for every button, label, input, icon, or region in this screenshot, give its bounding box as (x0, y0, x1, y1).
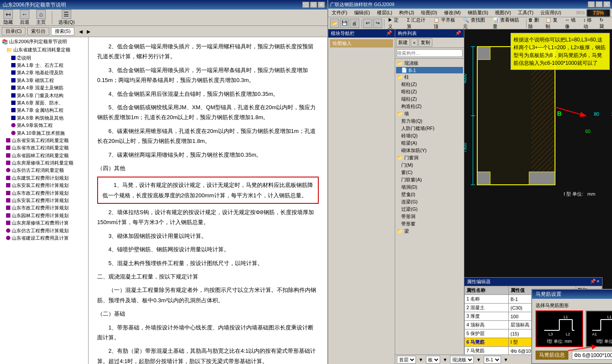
tree-chA1[interactable]: 第A.1章 士、石方工程 (1, 62, 87, 69)
shape-option-II[interactable]: A1 L1 L2 L3 II型 单位: mm (586, 310, 612, 347)
tree-chA2[interactable]: 第A.2章 地基处理及防 (1, 69, 87, 76)
tab-search[interactable]: 搜索(S) (51, 27, 75, 35)
menu-tool[interactable]: 工具(T) (516, 9, 535, 16)
ptree-niche[interactable]: 壁龛(I) (396, 191, 463, 198)
tree-install[interactable]: 山东省安装工程消耗量定额 (1, 137, 87, 144)
ptree-lintel[interactable]: 过梁(G) (396, 206, 463, 213)
cad-minimize-btn[interactable]: _ (588, 1, 595, 7)
copy-component-btn[interactable]: 复制 (419, 38, 432, 47)
tree-cost1[interactable]: 山东建筑工程费用计划规划 (1, 174, 87, 182)
move-btn[interactable]: ↕ 移动 (583, 17, 596, 30)
cad-close-btn[interactable]: × (603, 1, 610, 7)
project-pin[interactable]: 📌 (455, 30, 461, 37)
ptree-coupling-beam[interactable]: 连梁(G) (396, 198, 463, 206)
ptree-brick-wall[interactable]: 砖墙(Q) (396, 132, 463, 139)
ptree-wallopening[interactable]: 墙洞(D) (396, 184, 463, 191)
menu-file[interactable]: 文件(F) (330, 9, 349, 16)
delete-btn[interactable]: 🗑 删除 (528, 17, 543, 30)
tool-save[interactable]: 💾 (340, 19, 349, 28)
close-btn[interactable]: × (318, 2, 325, 8)
mirror-btn[interactable]: ↔ 镜像 (565, 17, 580, 30)
ptree-beam-folder[interactable]: 📁 梁 (396, 228, 463, 235)
tree-chA5[interactable]: 第A.5章 门窗及木结构 (1, 92, 87, 99)
ptree-hidden-beam[interactable]: 暗梁(A) (396, 139, 463, 147)
ptree-air-wall[interactable]: 人防门槛墙(RF) (396, 125, 463, 132)
tree-cost2[interactable]: 山东安装工程费用计算规划 (1, 182, 87, 189)
tree-note[interactable]: ②说明 (1, 54, 87, 62)
ptree-window[interactable]: 窗(C) (396, 169, 463, 176)
project-search-input[interactable] (396, 49, 463, 57)
nav-arrow-left[interactable]: ◄ (78, 28, 84, 35)
tree-cost7[interactable]: 山东房屋修缮工程费用计算 (1, 219, 87, 227)
ptree-masonry-rebar[interactable]: 砌体加筋(Y) (396, 147, 463, 154)
code-select[interactable]: B-1 (484, 356, 501, 364)
copy-btn[interactable]: 📋 复制 (545, 17, 561, 30)
select-button[interactable]: ☰ 选项(Q) (57, 9, 76, 26)
tree-municipal[interactable]: 山东省市政工程消耗量定额 (1, 144, 87, 152)
menu-view[interactable]: 视图(V) (493, 9, 513, 16)
tree-chA10[interactable]: 第A.10章施工技术措施 (1, 130, 87, 137)
tree-repair[interactable]: 山东房屋修缮工程消耗量定额 (1, 159, 87, 167)
tree-cost5[interactable]: 山东市政工程费用计算规划 (1, 204, 87, 212)
menu-floor[interactable]: 楼层(L) (375, 9, 394, 16)
delete-component-btn[interactable]: × (411, 38, 418, 47)
tree-chA8[interactable]: 第A.8章 构筑物及其他 (1, 114, 87, 122)
tree-chA7[interactable]: 第A.7章 金属结构工程 (1, 107, 87, 114)
tool-print[interactable]: 🖨 (350, 19, 359, 28)
tree-chA4[interactable]: 第A.4章 混凝土及钢筋 (1, 84, 87, 92)
tool-redo[interactable]: ↪ (373, 19, 382, 28)
shape-option-I[interactable]: L3 L1 L2 I型 单位: mm (536, 310, 583, 347)
tree-cost4[interactable]: 山东安装工程费用计算规划 (1, 197, 87, 204)
ptree-shear-wall[interactable]: 剪力墙(Q) (396, 117, 463, 125)
tree-cost9[interactable]: 山东省建设工程费用及计算 (1, 234, 87, 242)
tree-garden[interactable]: 山东省园林工程消耗量定额 (1, 152, 87, 159)
ptree-doorwindow[interactable]: 门联窗(A) (396, 176, 463, 184)
nav-draw-input[interactable]: 绘图输入 (330, 39, 393, 47)
tree-cost6[interactable]: 山东园林工程费用计算规划 (1, 212, 87, 219)
menu-draw[interactable]: 绘图(D) (419, 9, 439, 16)
floor-select[interactable]: 首层 (397, 356, 416, 364)
tree-shandong-building[interactable]: 📁 山东省建筑工程消耗量定额 (1, 46, 87, 54)
tree-antique[interactable]: 山东仿古工程消耗量定额 (1, 167, 87, 174)
tree-chA6[interactable]: 第A.6章 屋面、防水、 (1, 99, 87, 107)
props-pin-btn[interactable]: 📌 (590, 279, 596, 285)
tool-open[interactable]: 📂 (330, 19, 339, 28)
menu-cloud[interactable]: 云应用(U) (539, 9, 563, 16)
new-component-btn[interactable]: 新建 (396, 38, 410, 47)
ptree-door[interactable]: 门(M) (396, 161, 463, 169)
ptree-band-window[interactable]: 带形窗 (396, 220, 463, 228)
maximize-btn[interactable]: □ (310, 2, 317, 8)
ptree-frame-col[interactable]: 框柱(Z) (396, 81, 463, 88)
menu-modify[interactable]: 修改(M) (442, 9, 463, 16)
tree-cost3[interactable]: 山东市政工程费用计算规划 (1, 190, 87, 197)
nav-arrow-right[interactable]: ► (86, 28, 92, 35)
tab-contents[interactable]: 目录(C) (2, 27, 25, 35)
back-button[interactable]: ← 后退 (18, 9, 31, 26)
ptree-column-folder[interactable]: 📁 柱 (396, 73, 463, 81)
tree-root[interactable]: 📚 山东2006序列定额章节说明 (1, 38, 87, 46)
ptree-window-folder[interactable]: 📁 门窗洞 (396, 154, 463, 161)
type-select[interactable]: 板 (426, 356, 440, 364)
cad-maximize-btn[interactable]: □ (596, 1, 602, 7)
hide-button[interactable]: ↤ 隐藏 (2, 9, 15, 26)
ptree-end-col[interactable]: 端柱(Z) (396, 95, 463, 103)
ptree-b1[interactable]: 📄 B-1 (396, 67, 463, 73)
ptree-dark-col[interactable]: 暗柱(Z) (396, 88, 463, 95)
material-select[interactable]: 现浇板 (450, 356, 474, 364)
module-nav-pin[interactable]: 📌 (386, 30, 392, 37)
rotate-btn[interactable]: ↻ 旋 (599, 17, 609, 29)
tree-chA3[interactable]: 第A.3章 砌筑工程 (1, 77, 87, 84)
menu-steel[interactable]: 钢筋量(S) (466, 9, 490, 16)
ptree-slab-folder[interactable]: 📁 现浇板 (396, 60, 463, 67)
home-button[interactable]: ⌂ 主页 (35, 9, 48, 26)
ptree-struct-col[interactable]: 构造柱(Z) (396, 103, 463, 110)
tree-chA9[interactable]: 第A.9章装饰工程 (1, 122, 87, 129)
menu-edit[interactable]: 编辑(E) (352, 9, 372, 16)
tab-index[interactable]: 索引(I) (27, 27, 49, 35)
tool-undo[interactable]: ↩ (363, 19, 372, 28)
tree-cost8[interactable]: 山东仿古工程费用计算规划 (1, 227, 87, 234)
ptree-band-opening[interactable]: 带形洞 (396, 213, 463, 220)
minimize-btn[interactable]: _ (302, 2, 309, 8)
props-close-btn[interactable]: × (597, 279, 599, 285)
menu-component[interactable]: 构件(J) (397, 9, 416, 16)
